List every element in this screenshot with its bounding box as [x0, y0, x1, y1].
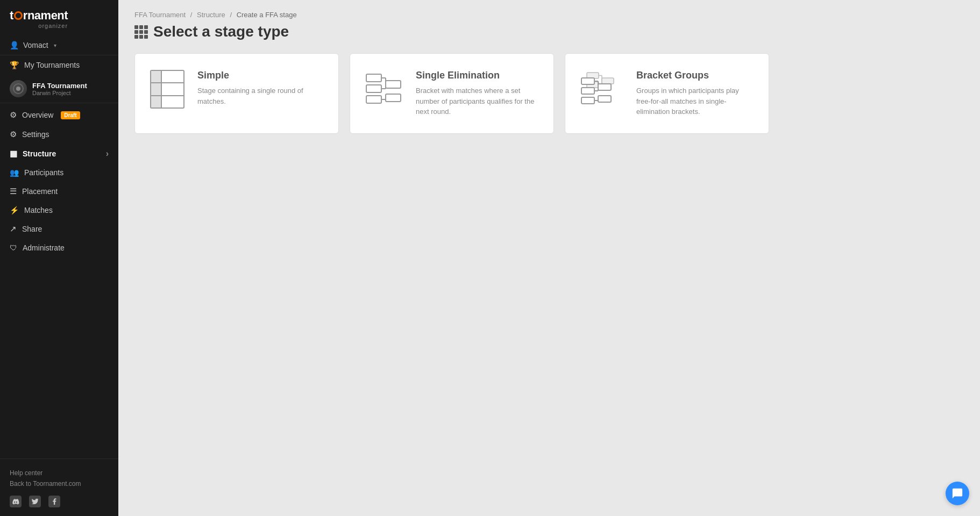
nav-structure-label: Structure [23, 149, 56, 158]
my-tournaments-link[interactable]: My Tournaments [0, 55, 118, 75]
sidebar: trnament organizer Vomact ▾ My Tournamen… [0, 0, 118, 516]
nav-settings-label: Settings [22, 130, 49, 139]
user-menu[interactable]: Vomact ▾ [0, 35, 118, 55]
sidebar-item-overview[interactable]: Overview Draft [0, 105, 118, 125]
breadcrumb-ffa-tournament[interactable]: FFA Tournament [134, 11, 186, 19]
svg-point-1 [16, 87, 20, 91]
single-elim-title: Single Elimination [416, 70, 538, 81]
nav-menu: Overview Draft Settings ▦ Structure Part… [0, 103, 118, 259]
single-elimination-icon [365, 70, 403, 110]
sidebar-footer: Help center Back to Toornament.com [0, 458, 118, 516]
svg-rect-19 [581, 88, 594, 94]
structure-icon: ▦ [10, 149, 17, 159]
tournament-name: FFA Tournament [32, 82, 87, 90]
sidebar-item-participants[interactable]: Participants [0, 163, 118, 182]
sidebar-item-share[interactable]: Share [0, 219, 118, 239]
tournament-sub: Darwin Project [32, 90, 87, 96]
stage-cards: Simple Stage containing a single round o… [134, 53, 964, 134]
user-dropdown-icon: ▾ [54, 42, 56, 48]
participants-icon [10, 168, 19, 177]
chat-button[interactable] [946, 482, 969, 505]
admin-icon [10, 243, 17, 252]
discord-icon[interactable] [10, 496, 22, 507]
breadcrumb-structure[interactable]: Structure [197, 11, 225, 19]
bracket-groups-title: Bracket Groups [636, 70, 754, 81]
help-center-link[interactable]: Help center [10, 468, 109, 478]
sidebar-item-matches[interactable]: Matches [0, 201, 118, 219]
username: Vomact [23, 41, 48, 49]
page-header: Select a stage type [134, 23, 964, 40]
tournament-info: FFA Tournament Darwin Project [32, 82, 87, 96]
tournament-entry[interactable]: FFA Tournament Darwin Project [0, 75, 118, 103]
simple-stage-title: Simple [197, 70, 323, 81]
placement-icon [10, 187, 17, 196]
simple-stage-content: Simple Stage containing a single round o… [197, 70, 323, 106]
breadcrumb: FFA Tournament / Structure / Create a FF… [134, 11, 964, 19]
nav-matches-label: Matches [24, 206, 53, 214]
sidebar-item-structure[interactable]: ▦ Structure [0, 144, 118, 163]
nav-administrate-label: Administrate [23, 243, 65, 252]
svg-rect-11 [386, 94, 401, 102]
trophy-icon [10, 61, 19, 69]
svg-rect-26 [598, 96, 611, 102]
breadcrumb-current: Create a FFA stage [237, 11, 297, 19]
page-title: Select a stage type [153, 23, 289, 40]
twitter-icon[interactable] [29, 496, 41, 507]
sidebar-item-settings[interactable]: Settings [0, 125, 118, 144]
tournament-avatar [10, 80, 27, 97]
svg-rect-25 [598, 84, 611, 90]
simple-stage-icon [150, 70, 184, 109]
structure-arrow-icon [106, 149, 109, 159]
logo-text: trnament [10, 9, 68, 23]
svg-rect-4 [366, 96, 381, 103]
single-elim-content: Single Elimination Bracket with matches … [416, 70, 538, 117]
svg-rect-3 [366, 85, 381, 92]
single-elimination-card[interactable]: Single Elimination Bracket with matches … [350, 53, 554, 134]
breadcrumb-sep-2: / [230, 11, 232, 19]
draft-badge: Draft [61, 111, 80, 119]
single-elim-desc: Bracket with matches where a set number … [416, 85, 538, 117]
bracket-groups-desc: Groups in which participants play free-f… [636, 85, 754, 117]
my-tournaments-label: My Tournaments [24, 61, 80, 69]
simple-stage-desc: Stage containing a single round of match… [197, 85, 323, 106]
social-links [10, 496, 109, 507]
bracket-groups-content: Bracket Groups Groups in which participa… [636, 70, 754, 117]
svg-rect-2 [366, 74, 381, 82]
eye-icon [10, 110, 17, 120]
svg-rect-18 [581, 78, 594, 84]
user-icon [10, 41, 19, 49]
nav-overview-label: Overview [22, 111, 53, 119]
svg-rect-17 [602, 78, 614, 84]
sidebar-item-placement[interactable]: Placement [0, 182, 118, 201]
share-icon [10, 224, 17, 234]
back-to-toornament-link[interactable]: Back to Toornament.com [10, 478, 109, 489]
bracket-groups-card[interactable]: Bracket Groups Groups in which participa… [565, 53, 769, 134]
facebook-icon[interactable] [48, 496, 60, 507]
matches-icon [10, 206, 19, 214]
nav-share-label: Share [22, 225, 42, 233]
grid-icon [134, 25, 148, 39]
logo-sub: organizer [11, 23, 68, 29]
svg-rect-20 [581, 97, 594, 104]
nav-placement-label: Placement [22, 187, 58, 196]
sidebar-item-administrate[interactable]: Administrate [0, 239, 118, 257]
breadcrumb-sep-1: / [190, 11, 193, 19]
bracket-groups-icon [580, 70, 623, 110]
nav-participants-label: Participants [24, 168, 63, 177]
settings-icon [10, 130, 17, 139]
main-content: FFA Tournament / Structure / Create a FF… [118, 0, 980, 516]
svg-rect-10 [386, 81, 401, 88]
app-logo: trnament organizer [0, 0, 118, 35]
simple-stage-card[interactable]: Simple Stage containing a single round o… [134, 53, 339, 134]
